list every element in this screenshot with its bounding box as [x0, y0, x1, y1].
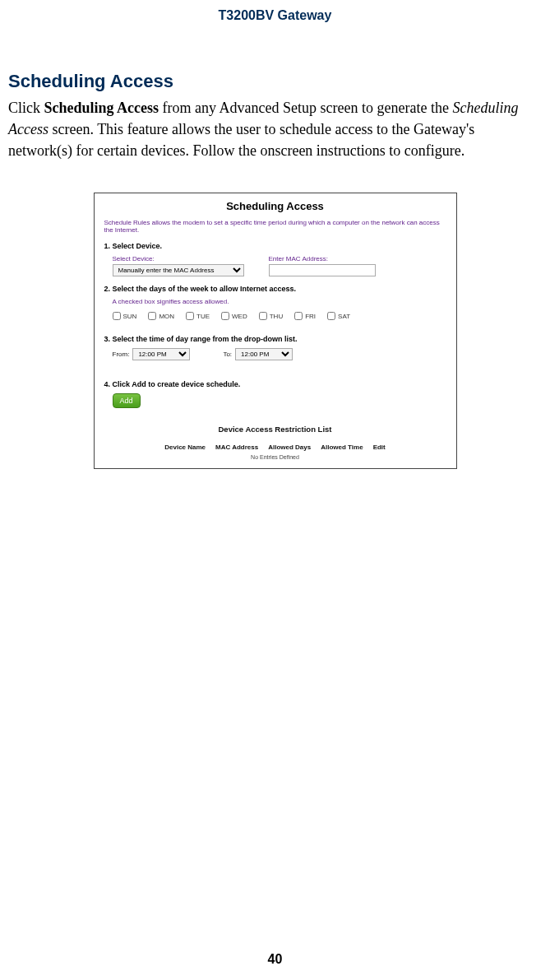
- day-mon[interactable]: MON: [148, 312, 174, 320]
- day-tue-checkbox[interactable]: [186, 312, 194, 320]
- para-bold: Scheduling Access: [44, 100, 159, 116]
- days-row: SUN MON TUE WED THU FRI SAT: [113, 312, 446, 320]
- step4-heading: 4. Click Add to create device schedule.: [104, 380, 446, 388]
- col-allowed-time: Allowed Time: [321, 444, 363, 451]
- day-thu-label: THU: [270, 313, 283, 320]
- day-sat-checkbox[interactable]: [327, 312, 335, 320]
- page-number: 40: [0, 952, 550, 967]
- step2-heading: 2. Select the days of the week to allow …: [104, 285, 446, 293]
- day-wed[interactable]: WED: [221, 312, 247, 320]
- from-label: From:: [113, 351, 130, 358]
- day-fri-label: FRI: [305, 313, 316, 320]
- para-b: from any Advanced Setup screen to genera…: [159, 100, 452, 116]
- add-button[interactable]: Add: [113, 393, 141, 408]
- day-fri[interactable]: FRI: [294, 312, 316, 320]
- day-thu-checkbox[interactable]: [259, 312, 267, 320]
- day-fri-checkbox[interactable]: [294, 312, 303, 320]
- day-tue-label: TUE: [196, 313, 210, 320]
- table-empty-text: No Entries Defined: [104, 454, 446, 460]
- ss-title: Scheduling Access: [95, 200, 456, 212]
- from-time-dropdown[interactable]: 12:00 PM: [132, 348, 190, 360]
- enter-mac-label: Enter MAC Address:: [269, 255, 376, 262]
- embedded-screenshot: Scheduling Access Schedule Rules allows …: [94, 193, 457, 469]
- day-mon-checkbox[interactable]: [148, 312, 156, 320]
- day-wed-label: WED: [232, 313, 247, 320]
- day-thu[interactable]: THU: [259, 312, 283, 320]
- day-tue[interactable]: TUE: [186, 312, 210, 320]
- day-sat-label: SAT: [338, 313, 350, 320]
- day-sun-label: SUN: [123, 313, 137, 320]
- col-device-name: Device Name: [164, 444, 206, 451]
- mac-address-input[interactable]: [269, 264, 376, 276]
- day-wed-checkbox[interactable]: [221, 312, 229, 320]
- to-time-dropdown[interactable]: 12:00 PM: [235, 348, 293, 360]
- day-sun[interactable]: SUN: [113, 312, 137, 320]
- select-device-dropdown[interactable]: Manually enter the MAC Address: [113, 264, 244, 276]
- col-allowed-days: Allowed Days: [268, 444, 311, 451]
- body-paragraph: Click Scheduling Access from any Advance…: [8, 97, 542, 161]
- to-label: To:: [223, 351, 232, 358]
- col-edit: Edit: [373, 444, 386, 451]
- ss-intro-text: Schedule Rules allows the modem to set a…: [104, 219, 446, 234]
- col-mac-address: MAC Address: [215, 444, 258, 451]
- restriction-list-title: Device Access Restriction List: [104, 425, 446, 434]
- section-heading: Scheduling Access: [8, 71, 550, 92]
- step3-heading: 3. Select the time of day range from the…: [104, 335, 446, 343]
- select-device-label: Select Device:: [113, 255, 244, 262]
- para-c: screen. This feature allows the user to …: [8, 121, 474, 159]
- step2-hint: A checked box signifies access allowed.: [113, 298, 446, 305]
- day-sun-checkbox[interactable]: [113, 312, 121, 320]
- para-a: Click: [8, 100, 44, 116]
- page-header: T3200BV Gateway: [0, 0, 550, 23]
- table-header-row: Device Name MAC Address Allowed Days All…: [104, 444, 446, 451]
- day-mon-label: MON: [159, 313, 174, 320]
- step1-heading: 1. Select Device.: [104, 242, 446, 250]
- day-sat[interactable]: SAT: [327, 312, 350, 320]
